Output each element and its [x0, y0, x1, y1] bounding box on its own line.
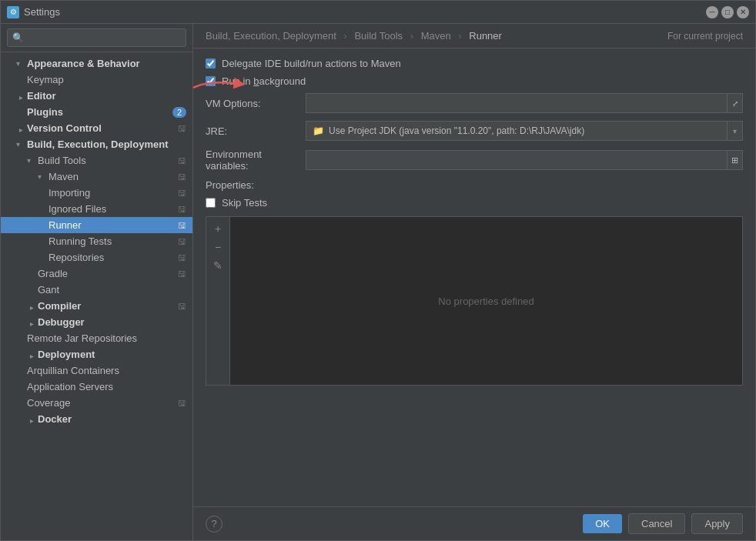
sidebar-item-label: Gradle — [38, 268, 173, 279]
save-icon: 🖫 — [178, 221, 186, 230]
cancel-button[interactable]: Cancel — [628, 513, 685, 534]
apply-button[interactable]: Apply — [691, 513, 743, 534]
sidebar-item-label: Maven — [49, 171, 173, 182]
properties-container: + − ✎ No properties defined — [206, 216, 743, 386]
bottom-bar: ? OK Cancel Apply — [193, 506, 755, 540]
save-icon: 🖫 — [178, 253, 186, 262]
vm-options-control: ⤢ — [306, 93, 743, 113]
save-icon: 🖫 — [178, 124, 186, 133]
env-vars-button[interactable]: ⊞ — [728, 150, 743, 170]
delegate-label[interactable]: Delegate IDE build/run actions to Maven — [222, 58, 401, 69]
sidebar-item-label: Coverage — [27, 397, 173, 409]
save-icon: 🖫 — [178, 302, 186, 311]
sidebar-item-debugger[interactable]: ▾ Debugger — [1, 314, 192, 330]
skip-tests-label[interactable]: Skip Tests — [222, 197, 267, 209]
sidebar-item-label: Ignored Files — [49, 203, 173, 215]
sidebar-item-runner[interactable]: Runner 🖫 — [1, 217, 192, 233]
sidebar-item-appearance[interactable]: ▾ Appearance & Behavior — [1, 55, 192, 72]
settings-window: ⚙ Settings ─ □ ✕ ▾ Appearance & Behavior… — [0, 0, 756, 541]
minimize-button[interactable]: ─ — [706, 6, 718, 18]
sidebar-item-arquillian[interactable]: Arquillian Containers — [1, 362, 192, 379]
sidebar-item-remote-jar[interactable]: Remote Jar Repositories — [1, 330, 192, 346]
env-vars-input[interactable] — [306, 150, 728, 170]
properties-label: Properties: — [206, 179, 743, 191]
skip-tests-row: Skip Tests — [206, 197, 743, 209]
sidebar-item-gradle[interactable]: Gradle 🖫 — [1, 265, 192, 282]
breadcrumb-bar: Build, Execution, Deployment › Build Too… — [193, 24, 755, 48]
sidebar-item-maven[interactable]: ▾ Maven 🖫 — [1, 169, 192, 185]
arrow-icon: ▾ — [16, 92, 25, 100]
title-bar: ⚙ Settings ─ □ ✕ — [1, 1, 755, 24]
vm-options-input[interactable] — [306, 93, 728, 113]
sidebar-item-label: Build, Execution, Deployment — [27, 139, 186, 150]
background-label[interactable]: Run in background — [222, 75, 306, 87]
arrow-icon: ▾ — [27, 351, 35, 359]
app-icon: ⚙ — [7, 6, 19, 18]
for-current-project[interactable]: For current project — [667, 31, 743, 42]
jre-label: JRE: — [206, 125, 306, 137]
arrow-icon: ▾ — [16, 59, 24, 68]
window-title: Settings — [24, 6, 706, 18]
sidebar-item-label: Debugger — [38, 316, 186, 328]
sidebar-item-keymap[interactable]: Keymap — [1, 72, 192, 88]
vm-options-label: VM Options: — [206, 98, 306, 109]
main-content: ▾ Appearance & Behavior Keymap ▾ Editor … — [1, 24, 755, 540]
edit-property-button[interactable]: ✎ — [209, 257, 226, 274]
sidebar-item-coverage[interactable]: Coverage 🖫 — [1, 395, 192, 411]
jre-select[interactable]: 📁 Use Project JDK (java version "11.0.20… — [306, 121, 728, 141]
close-button[interactable]: ✕ — [737, 6, 749, 18]
arrow-icon: ▾ — [16, 140, 24, 149]
breadcrumb-sep-1: › — [343, 30, 346, 42]
sidebar-item-editor[interactable]: ▾ Editor — [1, 88, 192, 104]
breadcrumb-part-1: Build, Execution, Deployment — [206, 30, 336, 42]
jre-dropdown-button[interactable]: ▾ — [728, 121, 743, 141]
sidebar-item-plugins[interactable]: Plugins 2 — [1, 104, 192, 120]
sidebar-item-label: Runner — [49, 219, 173, 231]
save-icon: 🖫 — [178, 237, 186, 246]
sidebar-item-importing[interactable]: Importing 🖫 — [1, 185, 192, 201]
arrow-icon: ▾ — [27, 319, 35, 326]
skip-tests-checkbox[interactable] — [206, 198, 216, 208]
env-vars-control: ⊞ — [306, 150, 743, 170]
breadcrumb: Build, Execution, Deployment › Build Too… — [206, 30, 502, 42]
env-vars-row: Environment variables: ⊞ — [206, 149, 743, 172]
background-checkbox[interactable] — [206, 76, 216, 86]
remove-property-button[interactable]: − — [209, 239, 226, 255]
ok-button[interactable]: OK — [583, 514, 622, 533]
vm-options-row: VM Options: ⤢ — [206, 93, 743, 113]
sidebar-item-running-tests[interactable]: Running Tests 🖫 — [1, 233, 192, 249]
add-property-button[interactable]: + — [209, 220, 226, 237]
sidebar-item-ignored-files[interactable]: Ignored Files 🖫 — [1, 201, 192, 217]
help-button[interactable]: ? — [206, 516, 222, 533]
arrow-icon: ▾ — [27, 156, 35, 165]
save-icon: 🖫 — [178, 189, 186, 198]
breadcrumb-sep-2: › — [410, 30, 413, 42]
sidebar-item-label: Editor — [27, 90, 186, 102]
plugins-badge: 2 — [172, 107, 186, 118]
arrow-icon: ▾ — [27, 302, 35, 310]
sidebar-item-label: Remote Jar Repositories — [27, 332, 186, 344]
sidebar-item-version-control[interactable]: ▾ Version Control 🖫 — [1, 120, 192, 136]
sidebar-item-docker[interactable]: ▾ Docker — [1, 411, 192, 427]
sidebar-item-label: Version Control — [27, 122, 173, 134]
maximize-button[interactable]: □ — [721, 6, 734, 18]
jre-row: JRE: 📁 Use Project JDK (java version "11… — [206, 121, 743, 141]
sidebar-item-app-servers[interactable]: Application Servers — [1, 379, 192, 395]
vm-options-expand-button[interactable]: ⤢ — [728, 93, 743, 113]
jdk-icon: 📁 — [313, 125, 324, 136]
background-checkbox-row: Run in background — [206, 75, 743, 87]
background-underline: b — [253, 75, 259, 87]
sidebar-item-label: Arquillian Containers — [27, 365, 186, 376]
sidebar-item-label: Application Servers — [27, 381, 186, 392]
sidebar-item-repositories[interactable]: Repositories 🖫 — [1, 249, 192, 265]
delegate-checkbox[interactable] — [206, 58, 216, 68]
arrow-icon: ▾ — [38, 172, 45, 181]
sidebar-item-build-exec[interactable]: ▾ Build, Execution, Deployment — [1, 136, 192, 152]
delegate-checkbox-row: Delegate IDE build/run actions to Maven — [206, 58, 743, 69]
sidebar-item-gant[interactable]: Gant — [1, 282, 192, 298]
sidebar-item-build-tools[interactable]: ▾ Build Tools 🖫 — [1, 152, 192, 169]
sidebar-item-compiler[interactable]: ▾ Compiler 🖫 — [1, 298, 192, 314]
sidebar-item-deployment[interactable]: ▾ Deployment — [1, 346, 192, 362]
sidebar-item-label: Build Tools — [38, 155, 173, 166]
search-input[interactable] — [7, 28, 186, 47]
